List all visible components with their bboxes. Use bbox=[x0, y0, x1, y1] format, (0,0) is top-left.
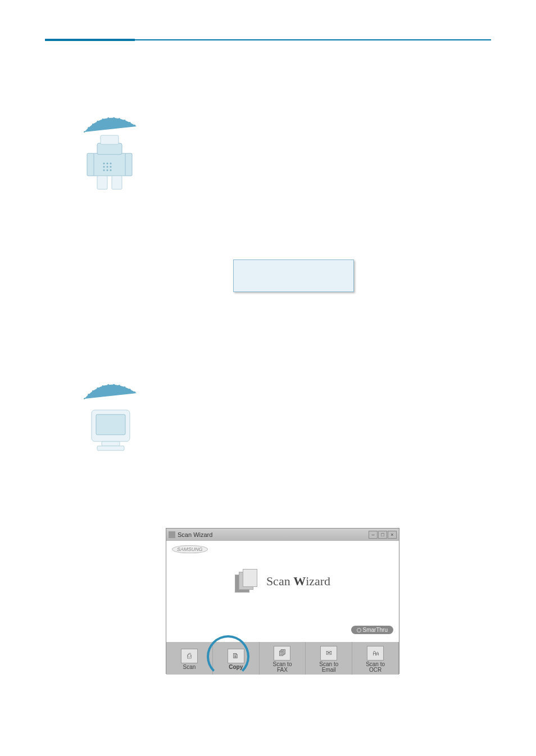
samsung-logo: SAMSUNG bbox=[172, 545, 208, 553]
svg-rect-4 bbox=[101, 135, 119, 144]
header-rule bbox=[45, 39, 491, 40]
copy-icon: 🗎 bbox=[228, 649, 244, 663]
wizard-tab-bar: ⎙ Scan 🗎 Copy 🗐 Scan toFAX ✉ Scan toEmai… bbox=[166, 642, 399, 675]
tab-scan[interactable]: ⎙ Scan bbox=[166, 642, 213, 675]
window-maximize-button[interactable]: □ bbox=[378, 531, 387, 539]
tab-email-label: Scan toEmail bbox=[319, 662, 338, 673]
lcd-message-box bbox=[233, 259, 354, 292]
svg-rect-14 bbox=[97, 176, 107, 189]
document-stack-icon bbox=[235, 569, 260, 594]
window-title: Scan Wizard bbox=[178, 531, 212, 538]
tab-fax-label: Scan toFAX bbox=[273, 662, 292, 673]
window-close-button[interactable]: × bbox=[388, 531, 397, 539]
svg-point-6 bbox=[107, 163, 108, 165]
svg-rect-19 bbox=[97, 446, 124, 450]
svg-point-5 bbox=[103, 163, 105, 165]
svg-rect-17 bbox=[96, 415, 125, 435]
tab-scan-to-fax[interactable]: 🗐 Scan toFAX bbox=[260, 642, 306, 675]
tab-scan-to-ocr[interactable]: 🗛 Scan toOCR bbox=[352, 642, 399, 675]
svg-rect-18 bbox=[102, 441, 120, 446]
email-icon: ✉ bbox=[320, 646, 337, 661]
svg-rect-0 bbox=[92, 153, 128, 176]
tab-copy-label: Copy bbox=[229, 664, 243, 671]
tab-ocr-label: Scan toOCR bbox=[366, 662, 385, 673]
wizard-heading: Scan Wizard bbox=[266, 574, 330, 589]
svg-point-12 bbox=[107, 170, 108, 171]
wizard-body: SAMSUNG Scan Wizard SmarThru bbox=[166, 541, 399, 642]
svg-point-11 bbox=[103, 170, 105, 171]
svg-point-13 bbox=[110, 170, 112, 171]
fax-machine-illustration bbox=[76, 110, 149, 196]
tab-scan-label: Scan bbox=[183, 664, 196, 671]
tab-scan-to-email[interactable]: ✉ Scan toEmail bbox=[306, 642, 352, 675]
svg-point-7 bbox=[110, 163, 112, 165]
svg-rect-3 bbox=[97, 143, 122, 154]
window-buttons: – □ × bbox=[369, 531, 397, 539]
window-titlebar: Scan Wizard – □ × bbox=[166, 529, 399, 541]
ocr-icon: 🗛 bbox=[367, 646, 384, 661]
window-icon bbox=[169, 531, 175, 538]
scan-wizard-screenshot: Scan Wizard – □ × SAMSUNG Scan Wizard Sm… bbox=[166, 528, 399, 674]
svg-point-8 bbox=[103, 166, 105, 168]
monitor-illustration bbox=[76, 376, 149, 463]
fax-icon: 🗐 bbox=[274, 646, 290, 661]
window-minimize-button[interactable]: – bbox=[369, 531, 378, 539]
svg-point-9 bbox=[107, 166, 108, 168]
tab-copy[interactable]: 🗎 Copy bbox=[213, 642, 260, 675]
svg-rect-15 bbox=[112, 176, 122, 189]
scanner-icon: ⎙ bbox=[181, 649, 198, 663]
svg-rect-1 bbox=[87, 153, 94, 176]
smarthru-badge: SmarThru bbox=[351, 626, 393, 634]
svg-rect-2 bbox=[125, 153, 132, 176]
svg-point-10 bbox=[110, 166, 112, 168]
